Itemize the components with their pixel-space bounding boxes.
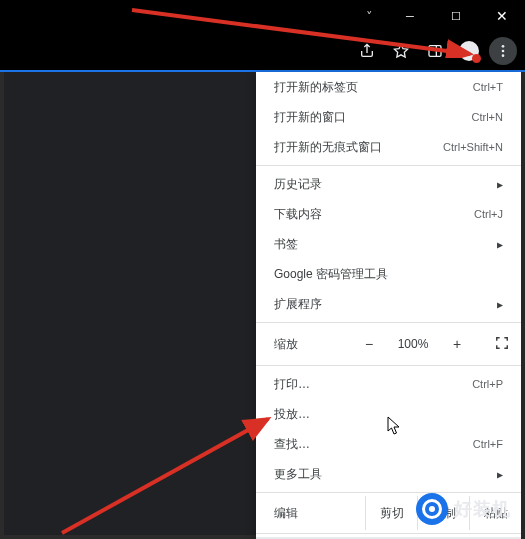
menu-separator bbox=[256, 533, 521, 534]
menu-separator bbox=[256, 322, 521, 323]
browser-menu: 打开新的标签页 Ctrl+T 打开新的窗口 Ctrl+N 打开新的无痕式窗口 C… bbox=[256, 72, 521, 539]
svg-point-3 bbox=[502, 45, 505, 48]
avatar-icon[interactable] bbox=[455, 37, 483, 65]
chevron-right-icon: ▶ bbox=[497, 239, 503, 250]
browser-toolbar bbox=[0, 32, 525, 72]
more-vert-icon[interactable] bbox=[489, 37, 517, 65]
menu-extensions[interactable]: 扩展程序 ▶ bbox=[256, 289, 521, 319]
menu-cast[interactable]: 投放… bbox=[256, 399, 521, 429]
share-icon[interactable] bbox=[353, 37, 381, 65]
svg-point-4 bbox=[502, 50, 505, 53]
fullscreen-icon[interactable] bbox=[495, 336, 509, 353]
menu-find[interactable]: 查找… Ctrl+F bbox=[256, 429, 521, 459]
chevron-right-icon: ▶ bbox=[497, 299, 503, 310]
star-icon[interactable] bbox=[387, 37, 415, 65]
menu-new-tab[interactable]: 打开新的标签页 Ctrl+T bbox=[256, 72, 521, 102]
zoom-level: 100% bbox=[393, 337, 433, 351]
chevron-right-icon: ▶ bbox=[497, 179, 503, 190]
zoom-out-button[interactable]: − bbox=[359, 336, 379, 352]
menu-more-tools[interactable]: 更多工具 ▶ bbox=[256, 459, 521, 489]
menu-separator bbox=[256, 365, 521, 366]
window-titlebar: ˅ ─ ☐ ✕ bbox=[0, 0, 525, 32]
menu-passwords[interactable]: Google 密码管理工具 bbox=[256, 259, 521, 289]
watermark: 好装机 bbox=[416, 493, 511, 525]
menu-history[interactable]: 历史记录 ▶ bbox=[256, 169, 521, 199]
watermark-logo-icon bbox=[416, 493, 448, 525]
menu-incognito[interactable]: 打开新的无痕式窗口 Ctrl+Shift+N bbox=[256, 132, 521, 162]
menu-separator bbox=[256, 165, 521, 166]
zoom-in-button[interactable]: + bbox=[447, 336, 467, 352]
minimize-button[interactable]: ─ bbox=[387, 0, 433, 32]
watermark-text: 好装机 bbox=[454, 497, 511, 521]
svg-point-5 bbox=[502, 54, 505, 57]
sidepanel-icon[interactable] bbox=[421, 37, 449, 65]
edit-cut[interactable]: 剪切 bbox=[365, 496, 417, 530]
chevron-right-icon: ▶ bbox=[497, 469, 503, 480]
menu-bookmarks[interactable]: 书签 ▶ bbox=[256, 229, 521, 259]
menu-zoom: 缩放 − 100% + bbox=[256, 326, 521, 362]
menu-print[interactable]: 打印… Ctrl+P bbox=[256, 369, 521, 399]
menu-new-window[interactable]: 打开新的窗口 Ctrl+N bbox=[256, 102, 521, 132]
menu-downloads[interactable]: 下载内容 Ctrl+J bbox=[256, 199, 521, 229]
maximize-button[interactable]: ☐ bbox=[433, 0, 479, 32]
close-button[interactable]: ✕ bbox=[479, 0, 525, 32]
svg-marker-0 bbox=[394, 44, 407, 57]
svg-rect-1 bbox=[429, 46, 441, 57]
window-spacer: ˅ bbox=[341, 0, 387, 32]
